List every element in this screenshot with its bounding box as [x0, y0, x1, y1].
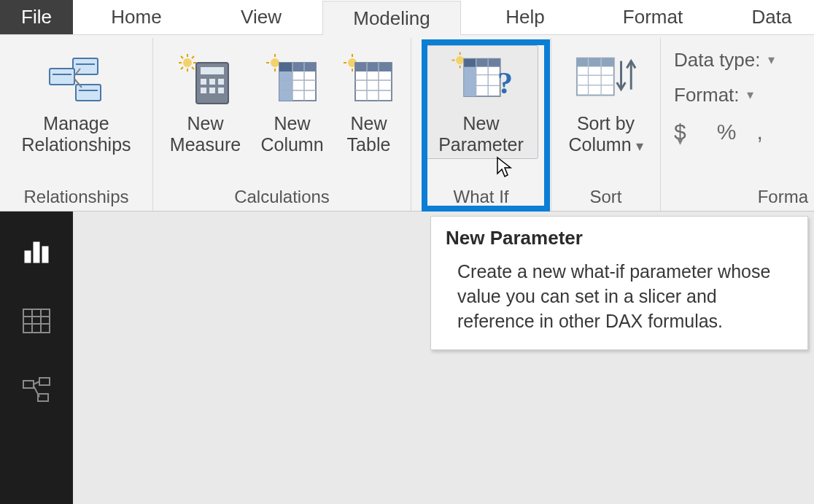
svg-rect-79: [23, 381, 34, 388]
column-icon: [260, 49, 325, 112]
group-calculations-label: Calculations: [158, 185, 406, 209]
svg-rect-20: [209, 79, 215, 85]
svg-rect-71: [25, 251, 31, 263]
svg-rect-4: [76, 85, 101, 101]
svg-line-13: [181, 56, 183, 58]
sort-icon: [574, 49, 638, 112]
svg-rect-22: [201, 88, 206, 93]
new-parameter-button[interactable]: ? New Parameter: [425, 45, 538, 159]
svg-rect-57: [464, 59, 476, 67]
group-whatif-label: What If: [416, 185, 546, 209]
tab-format[interactable]: Format: [589, 0, 716, 34]
svg-line-15: [181, 67, 183, 69]
sort-by-column-button[interactable]: Sort by Column▾: [557, 45, 655, 159]
data-view-button[interactable]: [19, 303, 54, 338]
new-table-button[interactable]: New Table: [334, 45, 404, 159]
group-sort-label: Sort: [556, 185, 656, 209]
svg-line-14: [192, 67, 194, 69]
view-switcher: [0, 212, 73, 504]
svg-rect-19: [201, 79, 206, 85]
svg-rect-80: [39, 378, 50, 385]
svg-line-16: [192, 56, 194, 58]
group-relationships-label: Relationships: [4, 185, 148, 209]
currency-button[interactable]: $ ▾: [674, 120, 697, 144]
group-calculations: New Measure: [153, 38, 411, 211]
measure-icon: [174, 49, 238, 112]
chevron-down-icon: ▾: [636, 138, 643, 154]
group-formatting-label: Forma: [665, 185, 810, 209]
svg-rect-73: [42, 247, 48, 263]
svg-text:?: ?: [497, 66, 513, 100]
chevron-down-icon: ▾: [747, 87, 753, 103]
new-parameter-label: New Parameter: [438, 113, 524, 155]
tab-view[interactable]: View: [200, 0, 322, 34]
relationships-icon: [44, 49, 109, 112]
svg-rect-74: [23, 309, 50, 333]
table-icon: [337, 49, 401, 112]
group-whatif: ? New Parameter What If: [411, 38, 551, 211]
tooltip-body: Create a new what-if parameter whose val…: [446, 260, 793, 333]
manage-relationships-button[interactable]: Manage Relationships: [5, 45, 148, 159]
svg-rect-33: [279, 63, 292, 71]
parameter-icon: ?: [449, 49, 513, 112]
tooltip-title: New Parameter: [446, 227, 793, 249]
chevron-down-icon: ▾: [673, 133, 683, 148]
tab-help[interactable]: Help: [461, 0, 589, 34]
manage-relationships-label: Manage Relationships: [21, 113, 131, 155]
new-column-label: New Column: [260, 113, 323, 155]
thousands-separator-button[interactable]: ,: [756, 120, 762, 144]
format-dropdown[interactable]: Format: ▾: [665, 80, 775, 109]
group-relationships: Manage Relationships Relationships: [0, 38, 153, 211]
group-sort: Sort by Column▾ Sort: [551, 38, 661, 211]
group-formatting: Data type: ▾ Format: ▾ $ ▾ % , Forma: [661, 38, 814, 211]
svg-rect-21: [218, 79, 224, 85]
tab-home[interactable]: Home: [73, 0, 200, 34]
svg-rect-24: [218, 88, 224, 93]
new-measure-label: New Measure: [170, 113, 241, 155]
svg-rect-18: [201, 67, 224, 74]
new-measure-button[interactable]: New Measure: [160, 45, 251, 159]
ribbon-tabstrip: File Home View Modeling Help Format Data: [0, 0, 814, 35]
svg-line-83: [34, 386, 39, 397]
tab-modeling[interactable]: Modeling: [322, 1, 461, 35]
svg-line-82: [34, 381, 39, 384]
tab-file[interactable]: File: [0, 0, 73, 34]
svg-point-25: [271, 58, 279, 67]
svg-rect-64: [576, 58, 613, 67]
report-view-button[interactable]: [19, 233, 54, 268]
model-view-button[interactable]: [19, 373, 54, 408]
tab-data[interactable]: Data: [716, 0, 814, 34]
data-type-dropdown[interactable]: Data type: ▾: [665, 45, 775, 74]
new-table-label: New Table: [347, 113, 391, 155]
svg-rect-23: [209, 88, 215, 93]
svg-rect-81: [38, 394, 48, 401]
ribbon: Manage Relationships Relationships: [0, 35, 814, 212]
format-label: Format:: [674, 84, 740, 106]
percent-button[interactable]: %: [717, 120, 737, 144]
svg-point-49: [456, 56, 464, 64]
data-type-label: Data type:: [674, 49, 761, 71]
new-column-button[interactable]: New Column: [251, 45, 334, 159]
svg-rect-2: [50, 69, 74, 85]
svg-rect-44: [355, 63, 392, 71]
svg-rect-72: [34, 242, 39, 263]
chevron-down-icon: ▾: [768, 52, 775, 68]
sort-by-column-label: Sort by Column▾: [568, 113, 643, 155]
tooltip-new-parameter: New Parameter Create a new what-if param…: [430, 216, 808, 350]
svg-point-8: [183, 58, 192, 67]
